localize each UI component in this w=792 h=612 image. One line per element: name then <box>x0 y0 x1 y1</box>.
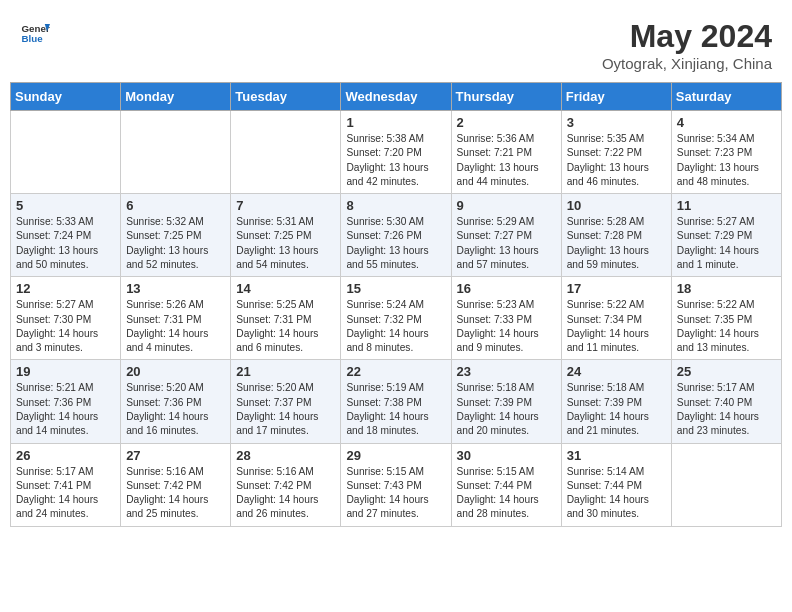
calendar-cell: 25Sunrise: 5:17 AMSunset: 7:40 PMDayligh… <box>671 360 781 443</box>
day-info: Sunrise: 5:32 AMSunset: 7:25 PMDaylight:… <box>126 215 225 272</box>
day-number: 5 <box>16 198 115 213</box>
calendar-header-monday: Monday <box>121 83 231 111</box>
calendar-header-tuesday: Tuesday <box>231 83 341 111</box>
day-number: 30 <box>457 448 556 463</box>
day-info: Sunrise: 5:36 AMSunset: 7:21 PMDaylight:… <box>457 132 556 189</box>
day-info: Sunrise: 5:28 AMSunset: 7:28 PMDaylight:… <box>567 215 666 272</box>
calendar-header-thursday: Thursday <box>451 83 561 111</box>
day-number: 25 <box>677 364 776 379</box>
day-number: 28 <box>236 448 335 463</box>
day-info: Sunrise: 5:22 AMSunset: 7:34 PMDaylight:… <box>567 298 666 355</box>
calendar-cell: 19Sunrise: 5:21 AMSunset: 7:36 PMDayligh… <box>11 360 121 443</box>
calendar-week-row: 12Sunrise: 5:27 AMSunset: 7:30 PMDayligh… <box>11 277 782 360</box>
calendar-cell: 11Sunrise: 5:27 AMSunset: 7:29 PMDayligh… <box>671 194 781 277</box>
day-info: Sunrise: 5:21 AMSunset: 7:36 PMDaylight:… <box>16 381 115 438</box>
day-number: 3 <box>567 115 666 130</box>
day-number: 26 <box>16 448 115 463</box>
calendar-cell: 7Sunrise: 5:31 AMSunset: 7:25 PMDaylight… <box>231 194 341 277</box>
day-info: Sunrise: 5:16 AMSunset: 7:42 PMDaylight:… <box>126 465 225 522</box>
day-info: Sunrise: 5:14 AMSunset: 7:44 PMDaylight:… <box>567 465 666 522</box>
calendar-cell <box>231 111 341 194</box>
day-info: Sunrise: 5:18 AMSunset: 7:39 PMDaylight:… <box>457 381 556 438</box>
calendar-cell: 17Sunrise: 5:22 AMSunset: 7:34 PMDayligh… <box>561 277 671 360</box>
day-info: Sunrise: 5:22 AMSunset: 7:35 PMDaylight:… <box>677 298 776 355</box>
calendar-cell <box>671 443 781 526</box>
calendar-week-row: 19Sunrise: 5:21 AMSunset: 7:36 PMDayligh… <box>11 360 782 443</box>
calendar-cell: 14Sunrise: 5:25 AMSunset: 7:31 PMDayligh… <box>231 277 341 360</box>
calendar-cell: 2Sunrise: 5:36 AMSunset: 7:21 PMDaylight… <box>451 111 561 194</box>
calendar-header-saturday: Saturday <box>671 83 781 111</box>
calendar-week-row: 5Sunrise: 5:33 AMSunset: 7:24 PMDaylight… <box>11 194 782 277</box>
location-subtitle: Oytograk, Xinjiang, China <box>602 55 772 72</box>
calendar-cell: 13Sunrise: 5:26 AMSunset: 7:31 PMDayligh… <box>121 277 231 360</box>
day-number: 7 <box>236 198 335 213</box>
day-info: Sunrise: 5:31 AMSunset: 7:25 PMDaylight:… <box>236 215 335 272</box>
day-info: Sunrise: 5:24 AMSunset: 7:32 PMDaylight:… <box>346 298 445 355</box>
calendar-cell: 10Sunrise: 5:28 AMSunset: 7:28 PMDayligh… <box>561 194 671 277</box>
day-number: 2 <box>457 115 556 130</box>
calendar-cell: 21Sunrise: 5:20 AMSunset: 7:37 PMDayligh… <box>231 360 341 443</box>
calendar-cell: 23Sunrise: 5:18 AMSunset: 7:39 PMDayligh… <box>451 360 561 443</box>
day-number: 6 <box>126 198 225 213</box>
day-info: Sunrise: 5:29 AMSunset: 7:27 PMDaylight:… <box>457 215 556 272</box>
calendar-cell: 26Sunrise: 5:17 AMSunset: 7:41 PMDayligh… <box>11 443 121 526</box>
day-number: 20 <box>126 364 225 379</box>
day-info: Sunrise: 5:34 AMSunset: 7:23 PMDaylight:… <box>677 132 776 189</box>
day-info: Sunrise: 5:16 AMSunset: 7:42 PMDaylight:… <box>236 465 335 522</box>
calendar-cell: 24Sunrise: 5:18 AMSunset: 7:39 PMDayligh… <box>561 360 671 443</box>
calendar-cell: 9Sunrise: 5:29 AMSunset: 7:27 PMDaylight… <box>451 194 561 277</box>
logo: General Blue <box>20 18 50 48</box>
calendar-cell: 4Sunrise: 5:34 AMSunset: 7:23 PMDaylight… <box>671 111 781 194</box>
calendar-cell: 15Sunrise: 5:24 AMSunset: 7:32 PMDayligh… <box>341 277 451 360</box>
day-number: 14 <box>236 281 335 296</box>
day-number: 10 <box>567 198 666 213</box>
day-number: 11 <box>677 198 776 213</box>
calendar-cell: 29Sunrise: 5:15 AMSunset: 7:43 PMDayligh… <box>341 443 451 526</box>
day-info: Sunrise: 5:30 AMSunset: 7:26 PMDaylight:… <box>346 215 445 272</box>
calendar-header-friday: Friday <box>561 83 671 111</box>
calendar-cell: 1Sunrise: 5:38 AMSunset: 7:20 PMDaylight… <box>341 111 451 194</box>
day-number: 16 <box>457 281 556 296</box>
month-year-title: May 2024 <box>602 18 772 55</box>
day-info: Sunrise: 5:27 AMSunset: 7:30 PMDaylight:… <box>16 298 115 355</box>
calendar-cell: 12Sunrise: 5:27 AMSunset: 7:30 PMDayligh… <box>11 277 121 360</box>
day-number: 4 <box>677 115 776 130</box>
day-number: 18 <box>677 281 776 296</box>
day-number: 23 <box>457 364 556 379</box>
day-number: 31 <box>567 448 666 463</box>
day-number: 27 <box>126 448 225 463</box>
calendar-cell: 5Sunrise: 5:33 AMSunset: 7:24 PMDaylight… <box>11 194 121 277</box>
day-number: 24 <box>567 364 666 379</box>
calendar-cell: 27Sunrise: 5:16 AMSunset: 7:42 PMDayligh… <box>121 443 231 526</box>
day-info: Sunrise: 5:20 AMSunset: 7:37 PMDaylight:… <box>236 381 335 438</box>
day-info: Sunrise: 5:15 AMSunset: 7:44 PMDaylight:… <box>457 465 556 522</box>
day-number: 17 <box>567 281 666 296</box>
calendar-cell: 18Sunrise: 5:22 AMSunset: 7:35 PMDayligh… <box>671 277 781 360</box>
calendar-cell: 31Sunrise: 5:14 AMSunset: 7:44 PMDayligh… <box>561 443 671 526</box>
calendar-header-wednesday: Wednesday <box>341 83 451 111</box>
calendar-cell: 22Sunrise: 5:19 AMSunset: 7:38 PMDayligh… <box>341 360 451 443</box>
day-number: 21 <box>236 364 335 379</box>
day-info: Sunrise: 5:38 AMSunset: 7:20 PMDaylight:… <box>346 132 445 189</box>
day-info: Sunrise: 5:18 AMSunset: 7:39 PMDaylight:… <box>567 381 666 438</box>
day-info: Sunrise: 5:25 AMSunset: 7:31 PMDaylight:… <box>236 298 335 355</box>
day-number: 22 <box>346 364 445 379</box>
title-block: May 2024 Oytograk, Xinjiang, China <box>602 18 772 72</box>
day-number: 9 <box>457 198 556 213</box>
day-info: Sunrise: 5:20 AMSunset: 7:36 PMDaylight:… <box>126 381 225 438</box>
day-info: Sunrise: 5:23 AMSunset: 7:33 PMDaylight:… <box>457 298 556 355</box>
day-number: 19 <box>16 364 115 379</box>
calendar-cell <box>121 111 231 194</box>
calendar-week-row: 1Sunrise: 5:38 AMSunset: 7:20 PMDaylight… <box>11 111 782 194</box>
calendar-cell: 30Sunrise: 5:15 AMSunset: 7:44 PMDayligh… <box>451 443 561 526</box>
svg-text:Blue: Blue <box>22 33 44 44</box>
calendar-week-row: 26Sunrise: 5:17 AMSunset: 7:41 PMDayligh… <box>11 443 782 526</box>
day-info: Sunrise: 5:17 AMSunset: 7:41 PMDaylight:… <box>16 465 115 522</box>
day-info: Sunrise: 5:17 AMSunset: 7:40 PMDaylight:… <box>677 381 776 438</box>
calendar-header-sunday: Sunday <box>11 83 121 111</box>
calendar-header-row: SundayMondayTuesdayWednesdayThursdayFrid… <box>11 83 782 111</box>
calendar-cell: 3Sunrise: 5:35 AMSunset: 7:22 PMDaylight… <box>561 111 671 194</box>
calendar-cell: 8Sunrise: 5:30 AMSunset: 7:26 PMDaylight… <box>341 194 451 277</box>
day-info: Sunrise: 5:15 AMSunset: 7:43 PMDaylight:… <box>346 465 445 522</box>
day-info: Sunrise: 5:33 AMSunset: 7:24 PMDaylight:… <box>16 215 115 272</box>
